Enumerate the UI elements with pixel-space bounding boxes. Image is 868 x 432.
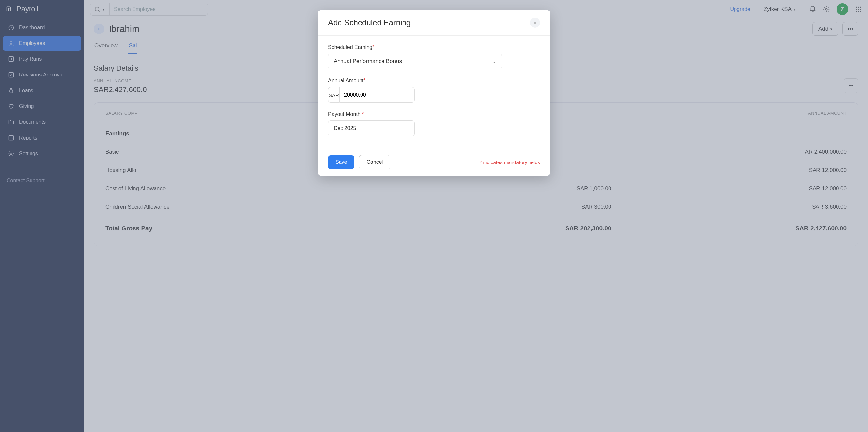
- modal-title: Add Scheduled Earning: [328, 18, 411, 27]
- chevron-down-icon: ⌄: [492, 59, 496, 64]
- modal-body: Scheduled Earning* Annual Performance Bo…: [317, 36, 551, 148]
- annual-amount-input-group: SAR: [328, 87, 415, 103]
- field-label: Scheduled Earning*: [328, 44, 540, 50]
- field-label: Annual Amount*: [328, 78, 540, 84]
- add-scheduled-earning-modal: Add Scheduled Earning Scheduled Earning*…: [317, 10, 551, 176]
- modal-overlay[interactable]: Add Scheduled Earning Scheduled Earning*…: [0, 0, 868, 432]
- scheduled-earning-select[interactable]: Annual Performance Bonus ⌄: [328, 54, 502, 69]
- close-button[interactable]: [530, 18, 540, 28]
- mandatory-note: * indicates mandatory fields: [480, 160, 540, 165]
- field-scheduled-earning: Scheduled Earning* Annual Performance Bo…: [328, 44, 540, 69]
- currency-prefix: SAR: [328, 87, 339, 103]
- field-payout-month: Payout Month * Dec 2025: [328, 111, 540, 136]
- field-annual-amount: Annual Amount* SAR: [328, 78, 540, 103]
- field-label: Payout Month *: [328, 111, 540, 117]
- annual-amount-input[interactable]: [339, 87, 415, 103]
- save-button[interactable]: Save: [328, 155, 354, 169]
- cancel-button[interactable]: Cancel: [359, 155, 391, 169]
- month-value: Dec 2025: [334, 125, 356, 131]
- modal-foot: Save Cancel * indicates mandatory fields: [317, 148, 551, 176]
- select-value: Annual Performance Bonus: [334, 58, 402, 65]
- payout-month-picker[interactable]: Dec 2025: [328, 120, 415, 136]
- modal-head: Add Scheduled Earning: [317, 10, 551, 36]
